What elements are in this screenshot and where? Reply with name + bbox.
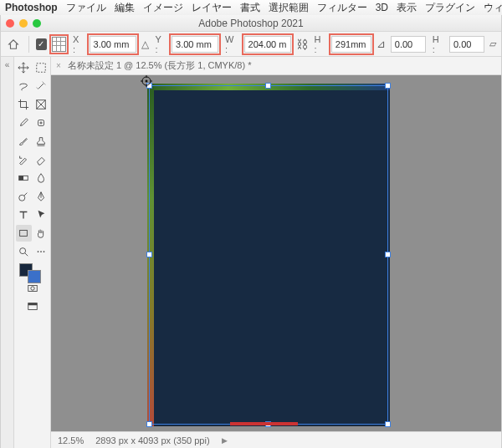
quick-mask-toggle[interactable] (16, 280, 49, 297)
window-titlebar: Adobe Photoshop 2021 (1, 15, 501, 32)
svg-point-8 (37, 251, 38, 252)
stamp-tool[interactable] (33, 133, 49, 150)
menu-item-plugins[interactable]: プラグイン (425, 1, 475, 15)
magic-wand-tool[interactable] (33, 78, 49, 94)
path-select-tool[interactable] (33, 206, 49, 223)
svg-point-10 (43, 251, 44, 252)
move-tool[interactable] (16, 59, 32, 76)
tools-panel (14, 57, 51, 448)
screen-mode-toggle[interactable] (16, 298, 49, 315)
svg-point-7 (20, 248, 26, 254)
menu-item-filter[interactable]: フィルター (317, 1, 367, 15)
heal-tool[interactable] (33, 115, 49, 131)
reference-point-grid[interactable] (52, 37, 66, 52)
status-bar: 12.5% 2893 px x 4093 px (350 ppi) ▶ (51, 431, 501, 448)
delta-icon[interactable]: △ (141, 38, 149, 50)
workspace: × 名称未設定 1 @ 12.5% (長方形 1, CMYK/8) * (51, 57, 501, 448)
status-menu-icon[interactable]: ▶ (222, 436, 228, 445)
rectangle-tool[interactable] (16, 225, 32, 242)
x-label: X : (73, 34, 84, 54)
menu-item-file[interactable]: ファイル (66, 1, 106, 15)
transform-handle[interactable] (385, 252, 391, 257)
mac-menubar: Photoshop ファイル 編集 イメージ レイヤー 書式 選択範囲 フィルタ… (0, 0, 502, 15)
menu-app[interactable]: Photoshop (5, 2, 58, 13)
separator (28, 36, 29, 53)
canvas-area[interactable] (51, 75, 501, 431)
frame-tool[interactable] (33, 96, 49, 113)
transform-handle[interactable] (385, 83, 391, 89)
w-field[interactable]: 204.00 m (244, 36, 291, 53)
body-row: « (1, 57, 501, 448)
menu-item-view[interactable]: 表示 (397, 1, 417, 15)
brush-tool[interactable] (16, 133, 32, 150)
angle-icon: ⊿ (376, 38, 386, 50)
window-title: Adobe Photoshop 2021 (1, 18, 501, 29)
menu-item-select[interactable]: 選択範囲 (269, 1, 309, 15)
transform-handle[interactable] (146, 252, 152, 257)
zoom-tool[interactable] (16, 243, 32, 260)
skew-field[interactable]: 0.00 (449, 36, 484, 53)
pen-tool[interactable] (33, 188, 49, 205)
eraser-tool[interactable] (33, 151, 49, 168)
menu-item-3d[interactable]: 3D (376, 2, 388, 13)
document-canvas[interactable] (147, 84, 390, 426)
edit-toolbar[interactable] (33, 243, 49, 260)
svg-rect-14 (28, 303, 37, 306)
eyedropper-tool[interactable] (16, 115, 32, 131)
menu-item-image[interactable]: イメージ (143, 1, 183, 15)
hand-tool[interactable] (33, 225, 49, 242)
svg-rect-0 (37, 64, 46, 73)
svg-rect-4 (19, 176, 23, 180)
minimize-button[interactable] (19, 19, 28, 28)
y-label: Y : (156, 34, 166, 54)
svg-point-5 (19, 195, 25, 201)
reference-point-toggle[interactable]: ✓ (36, 38, 47, 50)
menu-item-type[interactable]: 書式 (240, 1, 260, 15)
panel-rail: « (1, 57, 14, 448)
history-brush-tool[interactable] (16, 151, 32, 168)
type-tool[interactable] (16, 206, 32, 223)
document-tab[interactable]: 名称未設定 1 @ 12.5% (長方形 1, CMYK/8) * (68, 59, 252, 72)
app-window: Adobe Photoshop 2021 ✓ X : 3.00 mm △ Y :… (0, 15, 502, 448)
h-label: H : (315, 34, 325, 54)
document-tabs: × 名称未設定 1 @ 12.5% (長方形 1, CMYK/8) * (51, 57, 501, 75)
y-field[interactable]: 3.00 mm (172, 36, 218, 53)
transform-bounds[interactable] (149, 85, 388, 425)
blur-tool[interactable] (33, 170, 49, 186)
skew-icon: ▱ (489, 38, 496, 49)
reference-point-icon[interactable] (141, 75, 152, 87)
marquee-tool[interactable] (33, 59, 49, 76)
home-icon[interactable] (6, 36, 22, 53)
w-label: W : (225, 34, 238, 54)
menu-item-window[interactable]: ウィン (484, 1, 502, 15)
svg-point-16 (146, 80, 148, 83)
dodge-tool[interactable] (16, 188, 32, 205)
svg-point-12 (30, 287, 33, 290)
crop-tool[interactable] (16, 96, 32, 113)
gradient-tool[interactable] (16, 170, 32, 186)
zoom-button[interactable] (33, 19, 41, 28)
link-icon[interactable]: ⛓ (296, 38, 308, 51)
transform-handle[interactable] (265, 83, 271, 89)
h-field[interactable]: 291mm (331, 36, 371, 53)
angle-field[interactable]: 0.00 (391, 36, 426, 53)
traffic-lights (6, 19, 41, 28)
svg-point-9 (40, 251, 42, 252)
svg-rect-6 (20, 231, 28, 237)
close-tab-icon[interactable]: × (56, 61, 61, 70)
collapse-chevron-icon[interactable]: « (5, 60, 10, 69)
transform-handle[interactable] (146, 421, 152, 427)
transform-handle[interactable] (385, 421, 391, 427)
menu-item-layer[interactable]: レイヤー (192, 1, 232, 15)
document-dimensions[interactable]: 2893 px x 4093 px (350 ppi) (95, 435, 209, 445)
overflow-indicator (230, 422, 298, 425)
zoom-level[interactable]: 12.5% (58, 435, 84, 445)
skew-label: H : (433, 34, 443, 54)
options-bar: ✓ X : 3.00 mm △ Y : 3.00 mm W : 204.00 m… (1, 32, 501, 57)
x-field[interactable]: 3.00 mm (90, 36, 136, 53)
menu-item-edit[interactable]: 編集 (115, 1, 135, 15)
close-button[interactable] (6, 19, 14, 28)
lasso-tool[interactable] (16, 78, 32, 94)
